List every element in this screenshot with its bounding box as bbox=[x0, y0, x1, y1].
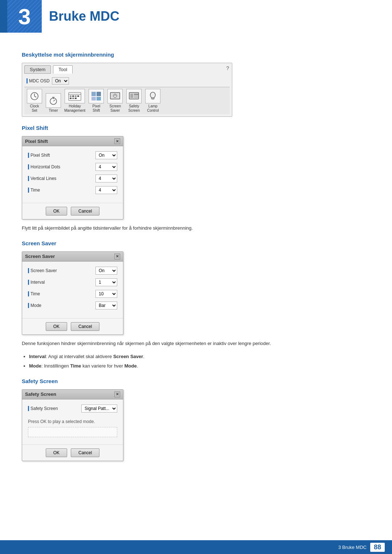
label-bar bbox=[28, 176, 29, 181]
page-header: 3 Bruke MDC bbox=[0, 0, 392, 33]
pixel-shift-dialog-header: Pixel Shift ✕ bbox=[22, 136, 123, 146]
safety-screen-dialog-header: Safety Screen ✕ bbox=[22, 390, 123, 399]
pixel-shift-dialog: Pixel Shift ✕ Pixel Shift OnOff Horizont… bbox=[22, 136, 123, 219]
screen-saver-title: Screen Saver bbox=[22, 240, 370, 246]
clock-set-icon bbox=[29, 91, 40, 101]
timer-icon bbox=[48, 95, 58, 106]
pixel-shift-select-1[interactable]: OnOff bbox=[95, 151, 117, 159]
pixel-shift-description: Flytt litt på skjermbildet på angitte ti… bbox=[22, 225, 370, 232]
pixel-shift-label-4: Time bbox=[28, 188, 92, 193]
page-footer: 3 Bruke MDC 88 bbox=[0, 540, 392, 554]
page-title: Bruke MDC bbox=[49, 9, 119, 24]
pixel-shift-title: Pixel Shift bbox=[22, 125, 370, 131]
label-bar bbox=[28, 406, 29, 411]
help-icon[interactable]: ? bbox=[226, 65, 229, 71]
safety-screen-label: SafetyScreen bbox=[128, 104, 140, 113]
mdc-osd-select[interactable]: On Off bbox=[52, 77, 69, 85]
screen-saver-label-3: Time bbox=[28, 291, 92, 296]
svg-rect-23 bbox=[130, 94, 133, 98]
toolbar-icon-safety-screen[interactable]: SafetyScreen bbox=[126, 89, 142, 113]
svg-rect-27 bbox=[151, 98, 154, 99]
svg-rect-11 bbox=[75, 95, 77, 97]
toolbar-icon-lamp-control[interactable]: LampControl bbox=[145, 89, 161, 113]
safety-screen-preview bbox=[28, 427, 117, 437]
toolbar-icons-row: ClockSet Timer bbox=[24, 87, 230, 114]
mdc-osd-row: MDC OSD On Off bbox=[24, 77, 230, 87]
screen-saver-label-1: Screen Saver bbox=[28, 268, 92, 273]
svg-rect-9 bbox=[70, 95, 72, 97]
safety-screen-title: Safety Screen bbox=[22, 378, 370, 384]
screen-saver-select-4[interactable]: BarFade bbox=[95, 301, 117, 309]
screen-saver-label-4: Mode bbox=[28, 303, 92, 308]
toolbar-icon-timer[interactable]: Timer bbox=[45, 93, 61, 113]
clock-set-label: ClockSet bbox=[30, 104, 39, 113]
pixel-shift-select-3[interactable]: 4123 bbox=[95, 175, 117, 182]
main-content: Beskyttelse mot skjerminnbrenning ? Syst… bbox=[0, 33, 392, 488]
svg-rect-18 bbox=[91, 97, 96, 100]
bullet-mode-keyword: Mode bbox=[29, 363, 41, 369]
mdc-osd-label: MDC OSD bbox=[26, 78, 50, 83]
pixel-shift-dialog-title: Pixel Shift bbox=[25, 139, 48, 144]
screen-saver-dialog-footer: OK Cancel bbox=[22, 318, 123, 335]
safety-screen-dialog: Safety Screen ✕ Safety Screen Signal Pat… bbox=[22, 389, 123, 461]
label-bar bbox=[28, 188, 29, 193]
chapter-number: 3 bbox=[18, 4, 30, 29]
label-bar bbox=[28, 303, 29, 308]
safety-screen-cancel-button[interactable]: Cancel bbox=[71, 448, 99, 457]
timer-icon-box bbox=[46, 93, 61, 108]
toolbar-icon-pixel-shift[interactable]: PixelShift bbox=[88, 89, 104, 113]
toolbar-container: ? System Tool MDC OSD On Off bbox=[22, 63, 232, 117]
screen-saver-icon-box bbox=[107, 89, 123, 103]
svg-rect-16 bbox=[91, 92, 96, 96]
screen-saver-row-2: Interval 123 bbox=[28, 278, 117, 286]
safety-screen-close-button[interactable]: ✕ bbox=[114, 391, 120, 397]
screen-saver-dialog-body: Screen Saver OnOff Interval 123 Time bbox=[22, 262, 123, 318]
toolbar-icon-screen-saver[interactable]: ScreenSaver bbox=[107, 89, 123, 113]
safety-screen-dialog-footer: OK Cancel bbox=[22, 444, 123, 461]
safety-screen-dialog-body: Safety Screen Signal Patt... Press OK to… bbox=[22, 399, 123, 444]
screen-saver-ok-button[interactable]: OK bbox=[46, 322, 67, 331]
svg-line-5 bbox=[53, 100, 55, 101]
pixel-shift-dialog-footer: OK Cancel bbox=[22, 203, 123, 219]
screen-saver-cancel-button[interactable]: Cancel bbox=[71, 322, 99, 331]
label-bar bbox=[28, 268, 29, 273]
svg-line-2 bbox=[34, 96, 36, 97]
screen-saver-select-3[interactable]: 10515 bbox=[95, 290, 117, 298]
screen-saver-close-button[interactable]: ✕ bbox=[114, 254, 120, 259]
pixel-shift-select-2[interactable]: 4123 bbox=[95, 163, 117, 171]
safety-screen-select-1[interactable]: Signal Patt... bbox=[81, 405, 117, 413]
pixel-shift-ok-button[interactable]: OK bbox=[46, 207, 67, 216]
header-title-area: Bruke MDC bbox=[42, 0, 392, 33]
svg-rect-14 bbox=[72, 98, 74, 99]
label-bar bbox=[28, 153, 29, 158]
pixel-shift-row-4: Time 4123 bbox=[28, 186, 117, 194]
toolbar-icon-clock-set[interactable]: ClockSet bbox=[26, 89, 42, 113]
pixel-shift-row-3: Vertical Lines 4123 bbox=[28, 175, 117, 182]
pixel-shift-label-3: Vertical Lines bbox=[28, 176, 92, 181]
screen-saver-select-1[interactable]: OnOff bbox=[95, 267, 117, 275]
main-section-title: Beskyttelse mot skjerminnbrenning bbox=[22, 52, 370, 58]
pixel-shift-cancel-button[interactable]: Cancel bbox=[71, 207, 99, 216]
svg-rect-28 bbox=[152, 99, 154, 100]
safety-screen-label-1: Safety Screen bbox=[28, 406, 78, 411]
bullet-mode: Mode: Innstillingen Time kan variere for… bbox=[29, 362, 370, 370]
svg-rect-17 bbox=[97, 92, 101, 96]
pixel-shift-close-button[interactable]: ✕ bbox=[114, 138, 120, 144]
svg-point-26 bbox=[150, 92, 155, 98]
bullet-interval-keyword: Interval bbox=[29, 354, 46, 359]
toolbar-icon-holiday[interactable]: HolidayManagement bbox=[64, 89, 85, 113]
timer-label: Timer bbox=[49, 108, 58, 113]
lamp-control-label: LampControl bbox=[147, 104, 159, 113]
pixel-shift-select-4[interactable]: 4123 bbox=[95, 186, 117, 194]
screen-saver-select-2[interactable]: 123 bbox=[95, 278, 117, 286]
holiday-icon bbox=[68, 91, 82, 101]
tab-system[interactable]: System bbox=[24, 65, 51, 74]
safety-screen-icon bbox=[128, 91, 139, 101]
screen-saver-row-3: Time 10515 bbox=[28, 290, 117, 298]
safety-screen-ok-button[interactable]: OK bbox=[46, 448, 67, 457]
tab-tool[interactable]: Tool bbox=[53, 65, 73, 74]
svg-rect-24 bbox=[134, 94, 138, 95]
screen-saver-dialog: Screen Saver ✕ Screen Saver OnOff Interv… bbox=[22, 251, 123, 335]
pixel-shift-row-2: Horizontal Dots 4123 bbox=[28, 163, 117, 171]
svg-rect-13 bbox=[70, 98, 72, 99]
